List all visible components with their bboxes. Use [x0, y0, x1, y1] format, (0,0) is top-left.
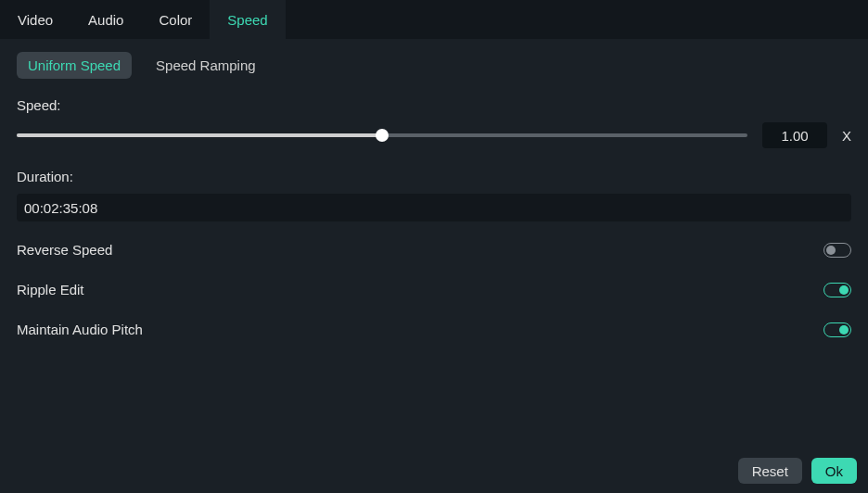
- speed-row: X: [17, 122, 851, 148]
- ok-button[interactable]: Ok: [811, 458, 857, 484]
- tab-video[interactable]: Video: [0, 0, 70, 39]
- reverse-speed-row: Reverse Speed: [17, 242, 851, 258]
- speed-label: Speed:: [17, 97, 851, 113]
- tab-audio[interactable]: Audio: [70, 0, 141, 39]
- maintain-pitch-row: Maintain Audio Pitch: [17, 322, 851, 337]
- ripple-edit-row: Ripple Edit: [17, 282, 851, 297]
- maintain-pitch-toggle[interactable]: [823, 322, 851, 337]
- reverse-speed-toggle[interactable]: [823, 243, 851, 258]
- duration-input[interactable]: [17, 194, 851, 221]
- ripple-edit-label: Ripple Edit: [17, 282, 84, 297]
- tab-color[interactable]: Color: [141, 0, 210, 39]
- speed-value-input[interactable]: [762, 122, 827, 148]
- ripple-edit-toggle[interactable]: [823, 283, 851, 297]
- speed-unit-label: X: [842, 128, 851, 144]
- maintain-pitch-label: Maintain Audio Pitch: [17, 322, 143, 337]
- speed-slider-thumb[interactable]: [376, 129, 389, 142]
- speed-panel: Uniform Speed Speed Ramping Speed: X Dur…: [0, 39, 868, 337]
- reverse-speed-label: Reverse Speed: [17, 242, 112, 258]
- footer-buttons: Reset Ok: [738, 458, 857, 484]
- reset-button[interactable]: Reset: [738, 458, 802, 484]
- sub-tabs: Uniform Speed Speed Ramping: [17, 52, 851, 79]
- tab-speed[interactable]: Speed: [210, 0, 285, 39]
- subtab-uniform-speed[interactable]: Uniform Speed: [17, 52, 132, 79]
- duration-label: Duration:: [17, 169, 851, 184]
- speed-slider[interactable]: [17, 128, 747, 143]
- top-tabs: Video Audio Color Speed: [0, 0, 868, 39]
- subtab-speed-ramping[interactable]: Speed Ramping: [145, 52, 267, 79]
